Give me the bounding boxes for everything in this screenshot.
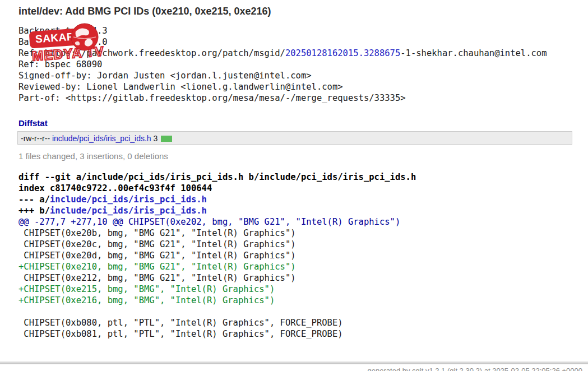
diff-line: CHIPSET(0xe20c, bmg, "BMG G21", "Intel(R…: [18, 239, 416, 250]
diff-line: diff --git a/include/pci_ids/iris_pci_id…: [18, 171, 416, 183]
diff-file-link[interactable]: include/pci_ids/iris_pci_ids.h: [50, 206, 207, 216]
footer-divider: [0, 361, 588, 364]
diffstat-heading: Diffstat: [18, 118, 48, 128]
diffstat-file-row[interactable]: -rw-r--r-- include/pci_ids/iris_pci_ids.…: [17, 131, 572, 145]
footer-generated-text: generated by cgit v1.2.1 (git 2.30.2) at…: [368, 367, 582, 371]
commit-message-line: Backport-to: 25.0: [18, 36, 547, 48]
diff-line: +CHIPSET(0xe215, bmg, "BMG", "Intel(R) G…: [18, 284, 416, 295]
diffstat-file-link[interactable]: include/pci_ids/iris_pci_ids.h: [52, 134, 151, 143]
diff-line: CHIPSET(0xb080, ptl, "PTL", "Intel(R) Gr…: [18, 317, 416, 328]
diff-line: [18, 306, 416, 317]
diff-line-text: CHIPSET(0xb080, ptl, "PTL", "Intel(R) Gr…: [18, 318, 343, 328]
diffstat-summary: 1 files changed, 3 insertions, 0 deletio…: [18, 151, 168, 161]
commit-message-line: Signed-off-by: Jordan Justen <jordan.l.j…: [18, 70, 547, 81]
diff-line: index c81740c9722..00ef4c93f4f 100644: [18, 183, 416, 194]
commit-message-line: Ref: https://patchwork.freedesktop.org/p…: [18, 48, 547, 59]
diff-line: CHIPSET(0xb081, ptl, "PTL", "Intel(R) Gr…: [18, 328, 416, 340]
commit-line-text: Signed-off-by: Jordan Justen <jordan.l.j…: [18, 71, 312, 81]
commit-line-text: Reviewed-by: Lionel Landwerlin <lionel.g…: [18, 82, 343, 92]
diff-line-text: --- a/: [18, 194, 50, 205]
insertions-graph-bar: [161, 136, 172, 142]
commit-line-text: Ref: bspec 68090: [18, 59, 102, 69]
diff-line-text: [18, 307, 24, 317]
change-count: 3: [151, 134, 158, 143]
commit-line-text: Part-of: <https://gitlab.freedesktop.org…: [18, 93, 406, 103]
diff-line-text: +CHIPSET(0xe210, bmg, "BMG G21", "Intel(…: [18, 262, 296, 272]
diff-line-text: +CHIPSET(0xe215, bmg, "BMG", "Intel(R) G…: [18, 284, 275, 294]
commit-line-text: Ref: https://patchwork.freedesktop.org/p…: [18, 48, 285, 58]
diff-line: @@ -277,7 +277,10 @@ CHIPSET(0xe202, bmg…: [18, 216, 416, 228]
page-title: intel/dev: Add BMG PCI IDs (0xe210, 0xe2…: [18, 6, 271, 17]
commit-line-text: Backport-to: 25.0: [18, 37, 108, 47]
diff-line: +CHIPSET(0xe216, bmg, "BMG", "Intel(R) G…: [18, 295, 416, 306]
diff-file-link[interactable]: include/pci_ids/iris_pci_ids.h: [50, 194, 207, 205]
diff-line: --- a/include/pci_ids/iris_pci_ids.h: [18, 194, 416, 205]
diff-line-text: CHIPSET(0xe212, bmg, "BMG G21", "Intel(R…: [18, 273, 296, 283]
diff-line-text: CHIPSET(0xe20b, bmg, "BMG G21", "Intel(R…: [18, 228, 296, 238]
diff-line-text: CHIPSET(0xe20d, bmg, "BMG G21", "Intel(R…: [18, 251, 296, 261]
diff-line: +++ b/include/pci_ids/iris_pci_ids.h: [18, 205, 416, 216]
commit-message-line: Part-of: <https://gitlab.freedesktop.org…: [18, 92, 547, 104]
diff-line-text: @@ -277,7 +277,10 @@ CHIPSET(0xe202, bmg…: [18, 217, 400, 227]
diff-line: CHIPSET(0xe20d, bmg, "BMG G21", "Intel(R…: [18, 250, 416, 261]
diff-line-text: index c81740c9722..00ef4c93f4f 100644: [18, 183, 212, 193]
msgid-link[interactable]: 20250128162015.3288675: [285, 48, 400, 58]
diff-line: CHIPSET(0xe212, bmg, "BMG G21", "Intel(R…: [18, 272, 416, 284]
file-mode: -rw-r--r--: [21, 134, 52, 143]
commit-message: Backport-to: 24.3 Backport-to: 25.0 Ref:…: [18, 25, 547, 104]
commit-message-line: Ref: bspec 68090: [18, 59, 547, 70]
diff-line: CHIPSET(0xe20b, bmg, "BMG G21", "Intel(R…: [18, 228, 416, 239]
diff-body: diff --git a/include/pci_ids/iris_pci_id…: [18, 171, 416, 340]
commit-message-line: Backport-to: 24.3: [18, 25, 547, 36]
diff-line-text: CHIPSET(0xe20c, bmg, "BMG G21", "Intel(R…: [18, 239, 296, 249]
diff-line-text: diff --git a/include/pci_ids/iris_pci_id…: [18, 172, 416, 182]
diff-line-text: CHIPSET(0xb081, ptl, "PTL", "Intel(R) Gr…: [18, 329, 343, 339]
commit-line-suffix: -1-shekhar.chauhan@intel.com: [400, 48, 547, 58]
diff-line-text: +++ b/: [18, 206, 50, 216]
diff-line-text: +CHIPSET(0xe216, bmg, "BMG", "Intel(R) G…: [18, 295, 275, 305]
commit-message-line: Reviewed-by: Lionel Landwerlin <lionel.g…: [18, 81, 547, 92]
diff-line: +CHIPSET(0xe210, bmg, "BMG G21", "Intel(…: [18, 261, 416, 272]
commit-line-text: Backport-to: 24.3: [18, 26, 108, 36]
